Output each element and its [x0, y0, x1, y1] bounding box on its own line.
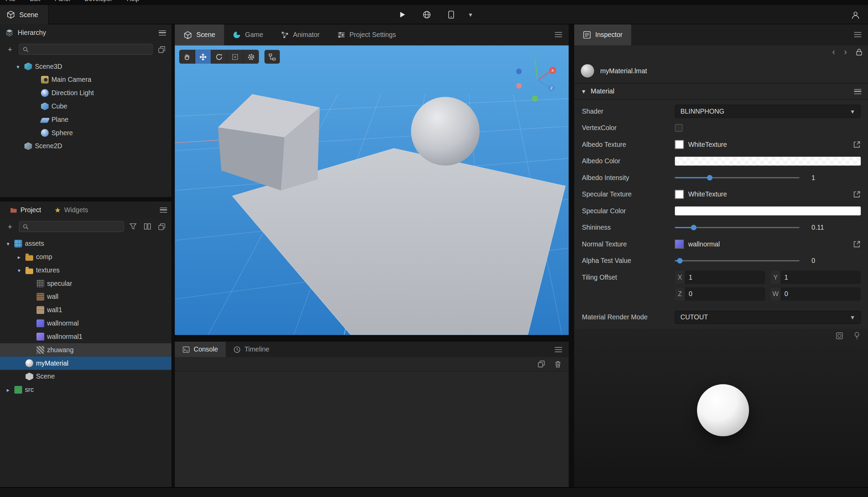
- section-expand-icon[interactable]: ▼: [581, 88, 586, 94]
- menu-edit[interactable]: Edit: [30, 0, 40, 5]
- render-mode-dropdown[interactable]: CUTOUT ▼: [675, 310, 860, 324]
- project-search-input[interactable]: [31, 222, 120, 230]
- normal-texture-swatch[interactable]: [675, 240, 684, 248]
- preview-light-button[interactable]: [851, 330, 862, 341]
- tiling-w-field[interactable]: [780, 290, 861, 298]
- specular-texture-swatch[interactable]: [675, 190, 684, 199]
- tree-item-scene2d[interactable]: Scene2D: [0, 140, 171, 153]
- nav-forward-button[interactable]: ›: [844, 48, 847, 56]
- tab-project-settings[interactable]: Project Settings: [328, 24, 405, 45]
- viewport-canvas[interactable]: Y X Z: [175, 46, 569, 335]
- tab-timeline[interactable]: Timeline: [226, 342, 277, 357]
- tab-project[interactable]: Project: [4, 202, 47, 218]
- tree-item-plane[interactable]: Plane: [0, 113, 171, 126]
- material-section-header[interactable]: ▼ Material: [574, 83, 868, 100]
- viewport-menu-icon[interactable]: [555, 32, 562, 37]
- tree-item-comp[interactable]: ▸comp: [0, 250, 171, 264]
- material-preview-sphere[interactable]: [697, 384, 749, 436]
- expand-arrow-icon[interactable]: ▾: [15, 267, 23, 273]
- hierarchy-menu-icon[interactable]: [159, 30, 166, 35]
- hierarchy-search[interactable]: [19, 44, 153, 55]
- tree-item-main-camera[interactable]: Main Camera: [0, 73, 171, 87]
- scene-viewport[interactable]: Y X Z: [175, 46, 569, 335]
- menu-panel[interactable]: Panel: [55, 0, 70, 5]
- lock-icon[interactable]: [856, 48, 862, 56]
- expand-arrow-icon[interactable]: ▾: [4, 241, 12, 247]
- tree-item-assets[interactable]: ▾assets: [0, 237, 171, 250]
- albedo-intensity-slider[interactable]: [675, 175, 799, 181]
- play-button[interactable]: [395, 8, 410, 21]
- tree-item-scene[interactable]: Scene: [0, 370, 171, 383]
- collapse-arrow-icon[interactable]: ▸: [4, 387, 12, 393]
- tree-item-wall1[interactable]: wall1: [0, 303, 171, 317]
- expand-arrow-icon[interactable]: ▾: [14, 63, 22, 69]
- project-menu-icon[interactable]: [160, 207, 167, 213]
- console-copy-button[interactable]: [536, 358, 547, 369]
- tree-item-zhuwang[interactable]: zhuwang: [0, 343, 171, 357]
- hand-tool-button[interactable]: [179, 50, 195, 64]
- project-filter-button[interactable]: [127, 221, 138, 232]
- menu-developer[interactable]: Developer: [84, 0, 112, 5]
- run-options-dropdown[interactable]: ▼: [468, 12, 473, 18]
- albedo-texture-picker-button[interactable]: [853, 141, 861, 149]
- window-tab-scene[interactable]: Scene: [0, 5, 49, 25]
- tab-animator[interactable]: Animator: [272, 24, 328, 45]
- move-tool-button[interactable]: [195, 50, 211, 64]
- tree-item-direction-light[interactable]: Direction Light: [0, 86, 171, 100]
- preview-shape-button[interactable]: [834, 330, 845, 341]
- hierarchy-add-button[interactable]: +: [4, 44, 15, 55]
- project-columns-button[interactable]: [142, 221, 153, 232]
- tree-item-src[interactable]: ▸src: [0, 383, 171, 396]
- menu-file[interactable]: File: [5, 0, 15, 5]
- project-copy-button[interactable]: [156, 221, 167, 232]
- tree-item-textures[interactable]: ▾textures: [0, 264, 171, 277]
- tiling-x-field[interactable]: [685, 273, 765, 281]
- account-button[interactable]: [848, 8, 863, 22]
- console-menu-icon[interactable]: [555, 347, 562, 352]
- tab-scene[interactable]: Scene: [175, 24, 224, 45]
- hierarchy-search-input[interactable]: [31, 46, 149, 53]
- tree-item-wall[interactable]: wall: [0, 290, 171, 304]
- tab-console[interactable]: Console: [175, 342, 226, 357]
- slider-thumb[interactable]: [691, 225, 696, 230]
- tiling-y-field[interactable]: [780, 273, 861, 281]
- tab-inspector[interactable]: Inspector: [574, 24, 631, 45]
- albedo-texture-swatch[interactable]: [675, 140, 684, 149]
- console-clear-button[interactable]: [552, 358, 563, 369]
- project-add-button[interactable]: +: [4, 221, 15, 232]
- tree-item-wallnormal1[interactable]: wallnormal1: [0, 330, 171, 343]
- vertex-color-checkbox[interactable]: [675, 124, 683, 132]
- nav-back-button[interactable]: ‹: [832, 48, 835, 56]
- tree-item-wallnormal[interactable]: wallnormal: [0, 317, 171, 330]
- shininess-slider[interactable]: [675, 224, 799, 231]
- tree-item-mymaterial[interactable]: myMaterial: [0, 357, 171, 370]
- hierarchy-copy-button[interactable]: [156, 44, 167, 55]
- tree-item-sphere[interactable]: Sphere: [0, 126, 171, 140]
- slider-thumb[interactable]: [707, 175, 712, 180]
- alpha-test-slider[interactable]: [675, 257, 799, 264]
- project-search[interactable]: [19, 221, 124, 232]
- albedo-color-swatch[interactable]: [675, 157, 860, 166]
- menu-help[interactable]: Help: [127, 0, 139, 5]
- slider-thumb[interactable]: [677, 258, 683, 264]
- normal-texture-picker-button[interactable]: [853, 240, 861, 248]
- material-section-menu-icon[interactable]: [854, 89, 861, 94]
- rect-tool-button[interactable]: [227, 50, 243, 64]
- console-output[interactable]: [175, 371, 569, 487]
- tree-item-cube[interactable]: Cube: [0, 100, 171, 113]
- inspector-menu-icon[interactable]: [854, 32, 861, 37]
- run-in-browser-button[interactable]: [419, 8, 434, 21]
- tiling-z-field[interactable]: [685, 290, 765, 298]
- sphere-mesh[interactable]: [411, 97, 480, 166]
- collapse-arrow-icon[interactable]: ▸: [15, 254, 23, 260]
- view-mode-button[interactable]: [264, 50, 280, 64]
- specular-texture-picker-button[interactable]: [853, 190, 861, 198]
- run-on-device-button[interactable]: [444, 8, 459, 21]
- tree-item-specular[interactable]: specular: [0, 277, 171, 290]
- tree-item-scene3d[interactable]: ▾Scene3D: [0, 60, 171, 73]
- shader-dropdown[interactable]: BLINNPHONG ▼: [675, 105, 860, 118]
- tab-widgets[interactable]: ★ Widgets: [49, 202, 94, 218]
- rotate-tool-button[interactable]: [211, 50, 227, 64]
- specular-color-swatch[interactable]: [675, 206, 860, 215]
- tab-game[interactable]: Game: [224, 24, 272, 45]
